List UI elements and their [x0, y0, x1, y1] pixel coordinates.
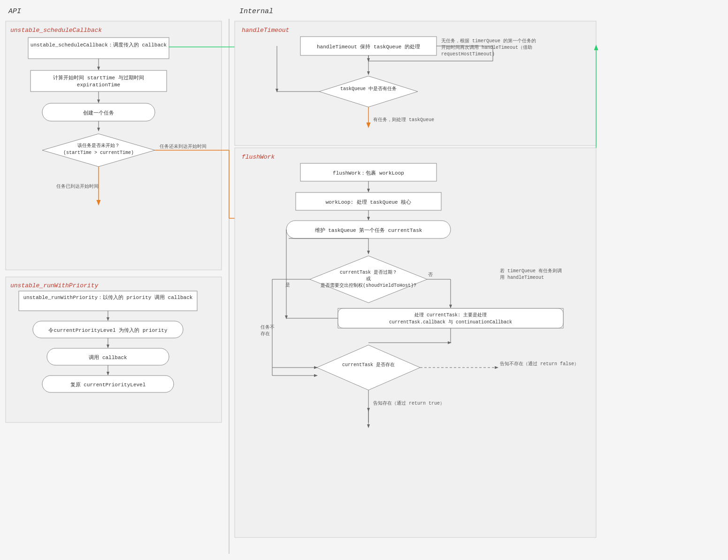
svg-marker-45 — [319, 76, 418, 107]
svg-rect-74 — [338, 308, 563, 328]
right-header-text: Internal — [239, 8, 273, 15]
svg-text:unstable_runWithPriority：以传入的 : unstable_runWithPriority：以传入的 priority 调… — [23, 294, 193, 300]
svg-text:handleTimeout 保持 taskQueue 的处理: handleTimeout 保持 taskQueue 的处理 — [317, 44, 420, 50]
svg-rect-52 — [300, 163, 437, 181]
svg-text:创建一个任务: 创建一个任务 — [83, 110, 114, 116]
svg-rect-35 — [300, 37, 437, 55]
svg-rect-3 — [31, 70, 167, 92]
handleTimeout-box — [235, 21, 596, 146]
svg-text:任务还未到达开始时间: 任务还未到达开始时间 — [159, 144, 207, 149]
svg-rect-0 — [28, 38, 169, 59]
svg-rect-23 — [19, 291, 197, 311]
svg-text:expirationTime: expirationTime — [77, 82, 120, 88]
svg-text:无任务，根据 timerQueue 的第一个任务的: 无任务，根据 timerQueue 的第一个任务的 — [441, 38, 536, 44]
svg-text:用 handleTimeout: 用 handleTimeout — [500, 275, 544, 280]
runWithPriority-box — [6, 277, 222, 422]
svg-text:currentTask 是否过期？: currentTask 是否过期？ — [340, 269, 397, 275]
svg-rect-55 — [296, 192, 441, 210]
svg-marker-79 — [317, 345, 420, 390]
left-header-text: API — [8, 8, 21, 15]
svg-rect-73 — [338, 308, 563, 328]
svg-text:是: 是 — [285, 283, 290, 288]
svg-text:任务已到达开始时间: 任务已到达开始时间 — [56, 184, 99, 189]
svg-text:处理 currentTask: 主要是处理: 处理 currentTask: 主要是处理 — [414, 312, 487, 318]
svg-text:否: 否 — [428, 272, 433, 277]
svg-text:flushWork: flushWork — [242, 153, 275, 161]
svg-text:令currentPriorityLevel 为传入的 pri: 令currentPriorityLevel 为传入的 priority — [48, 327, 167, 333]
svg-text:有任务，则处理 taskQueue: 有任务，则处理 taskQueue — [373, 117, 434, 123]
diagram-svg: API Internal unstable_scheduleCallback u… — [0, 0, 728, 560]
scheduleCallback-title: unstable_scheduleCallback — [10, 27, 102, 34]
svg-text:unstable_runWithPriority: unstable_runWithPriority — [10, 282, 99, 289]
svg-text:(startTime > currentTime): (startTime > currentTime) — [63, 150, 134, 155]
svg-text:是否需要交出控制权(shoudYieldToHost)?: 是否需要交出控制权(shoudYieldToHost)? — [321, 283, 416, 288]
scheduleCallback-box — [6, 21, 222, 270]
svg-rect-7 — [42, 103, 155, 121]
svg-text:currentTask 是否存在: currentTask 是否存在 — [342, 362, 395, 368]
svg-text:taskQueue 中是否有任务: taskQueue 中是否有任务 — [340, 86, 397, 92]
svg-text:计算开始时间 startTime 与过期时间: 计算开始时间 startTime 与过期时间 — [53, 75, 144, 81]
svg-rect-26 — [33, 321, 183, 338]
svg-text:flushWork：包裹 workLoop: flushWork：包裹 workLoop — [333, 170, 404, 176]
svg-rect-29 — [47, 348, 169, 365]
svg-text:复原 currentPriorityLevel: 复原 currentPriorityLevel — [70, 382, 146, 388]
svg-text:告知不存在（通过 return false）: 告知不存在（通过 return false） — [500, 361, 579, 367]
svg-text:该任务是否未开始？: 该任务是否未开始？ — [77, 143, 120, 148]
svg-text:开始时间再次调用 handleTimeout（借助: 开始时间再次调用 handleTimeout（借助 — [441, 45, 532, 50]
svg-text:存在: 存在 — [261, 331, 270, 337]
svg-rect-32 — [42, 376, 174, 392]
flushWork-box — [235, 148, 596, 537]
svg-marker-10 — [42, 134, 155, 167]
svg-text:任务不: 任务不 — [260, 324, 275, 330]
main-container: API Internal unstable_scheduleCallback u… — [0, 0, 728, 560]
svg-text:调用 callback: 调用 callback — [89, 355, 127, 361]
svg-text:若 timerQueue 有任务则调: 若 timerQueue 有任务则调 — [500, 268, 562, 274]
svg-text:或: 或 — [366, 276, 371, 282]
svg-text:workLoop: 处理 taskQueue 核心: workLoop: 处理 taskQueue 核心 — [326, 199, 412, 205]
svg-marker-61 — [310, 256, 427, 303]
svg-text:告知存在（通过 return true）: 告知存在（通过 return true） — [373, 400, 444, 406]
svg-text:requestHostTimeout): requestHostTimeout) — [441, 52, 495, 57]
svg-text:维护 taskQueue 第一个任务 currentTask: 维护 taskQueue 第一个任务 currentTask — [315, 227, 422, 233]
svg-text:handleTimeout: handleTimeout — [242, 27, 289, 34]
svg-text:currentTask.callback 与 continu: currentTask.callback 与 continuationCallb… — [389, 319, 512, 325]
svg-text:unstable_scheduleCallback：调度传入: unstable_scheduleCallback：调度传入的 callback — [31, 42, 167, 48]
svg-rect-58 — [286, 221, 451, 238]
